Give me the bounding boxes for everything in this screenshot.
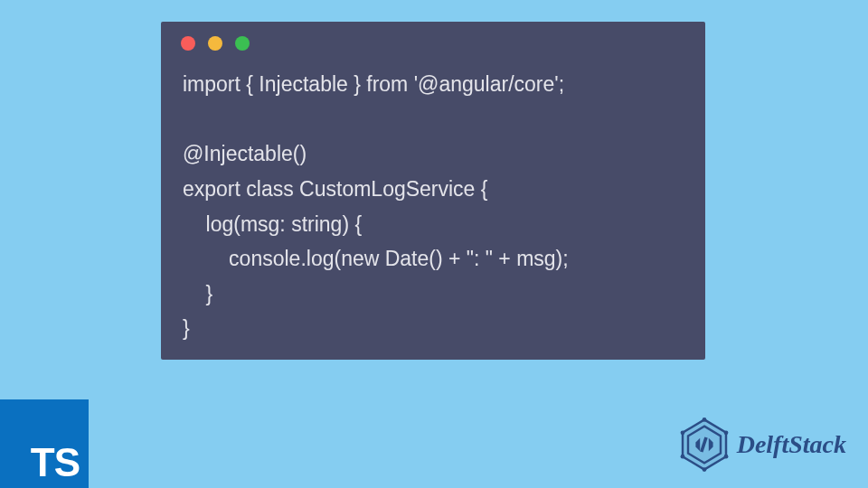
code-window: import { Injectable } from '@angular/cor… xyxy=(161,22,705,360)
svg-point-10 xyxy=(680,455,684,459)
close-icon xyxy=(181,36,195,51)
brand-logo-icon xyxy=(677,418,731,472)
typescript-badge: TS xyxy=(0,399,89,488)
code-block: import { Injectable } from '@angular/cor… xyxy=(161,60,705,364)
svg-point-8 xyxy=(723,455,728,459)
brand: DelftStack xyxy=(677,418,846,472)
svg-point-11 xyxy=(680,430,684,435)
maximize-icon xyxy=(235,36,250,51)
window-controls xyxy=(161,22,705,60)
svg-point-7 xyxy=(723,430,728,435)
brand-name: DelftStack xyxy=(737,430,846,459)
typescript-badge-text: TS xyxy=(31,443,80,483)
svg-point-6 xyxy=(702,418,706,422)
minimize-icon xyxy=(208,36,222,51)
svg-point-9 xyxy=(702,467,706,472)
